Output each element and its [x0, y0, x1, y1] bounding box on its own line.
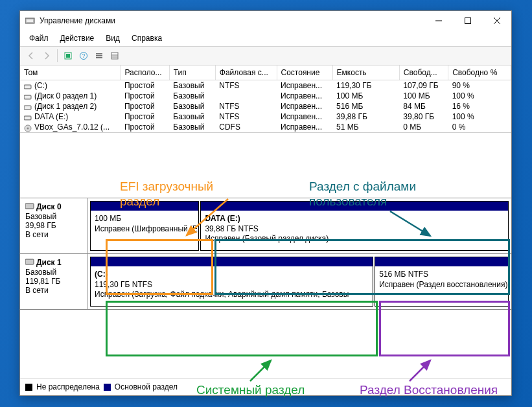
disk-partitions: 100 МБИсправен (Шифрованный (EDATA (E:)3… — [87, 198, 511, 253]
column-header[interactable]: Файловая с... — [215, 65, 277, 80]
menu-help[interactable]: Справка — [126, 32, 167, 45]
cd-icon — [24, 124, 32, 131]
disk-management-window: Управление дисками Файл Действие Вид Спр… — [19, 10, 512, 396]
legend: Не распределена Основной раздел — [20, 378, 511, 395]
volume-list[interactable]: ТомРасполо...ТипФайловая с...СостояниеЕм… — [20, 65, 511, 133]
legend-label-primary: Основной раздел — [115, 382, 178, 391]
menu-view[interactable]: Вид — [100, 32, 125, 45]
partition-details: (C:)119,30 ГБ NTFSИсправен (Загрузка, Фа… — [91, 266, 373, 306]
svg-rect-27 — [25, 259, 34, 264]
help-button[interactable]: ? — [76, 49, 91, 63]
legend-swatch-primary — [104, 384, 111, 391]
column-header[interactable]: Том — [20, 65, 121, 80]
partition-stripe — [201, 202, 508, 211]
empty-area — [20, 133, 511, 198]
legend-swatch-unallocated — [25, 384, 32, 391]
svg-rect-12 — [96, 57, 102, 58]
menu-bar: Файл Действие Вид Справка — [20, 30, 511, 47]
titlebar: Управление дисками — [20, 11, 511, 30]
menu-action[interactable]: Действие — [55, 32, 100, 45]
column-header[interactable]: Емкость — [332, 65, 399, 80]
svg-point-25 — [27, 127, 29, 129]
legend-label-unallocated: Не распределена — [36, 382, 100, 391]
partition-details: DATA (E:)39,88 ГБ NTFSИсправен (Базовый … — [201, 211, 508, 250]
svg-rect-26 — [25, 204, 34, 209]
back-button[interactable] — [24, 49, 38, 63]
partition-stripe — [91, 202, 198, 211]
disk-map: Диск 0Базовый39,98 ГБВ сети100 МБИсправе… — [20, 198, 511, 310]
svg-rect-19 — [25, 96, 30, 99]
volume-row[interactable]: (Диск 1 раздел 2)ПростойБазовыйNTFSИспра… — [20, 101, 511, 111]
column-header[interactable]: Свободно % — [448, 65, 511, 80]
svg-rect-11 — [96, 55, 102, 56]
svg-rect-10 — [96, 53, 102, 54]
hdd-icon — [25, 258, 34, 268]
svg-rect-23 — [25, 117, 30, 119]
hdd-icon — [24, 93, 32, 100]
svg-rect-21 — [25, 106, 30, 109]
menu-file[interactable]: Файл — [24, 32, 54, 45]
volume-row[interactable]: VBox_GAs_7.0.12 (...ПростойБазовыйCDFSИс… — [20, 122, 511, 132]
svg-rect-1 — [27, 19, 33, 22]
column-header[interactable]: Свобод... — [399, 65, 448, 80]
column-header[interactable]: Состояние — [277, 65, 332, 80]
volume-row[interactable]: (C:)ПростойБазовыйNTFSИсправен...119,30 … — [20, 80, 511, 91]
partition-stripe — [375, 257, 508, 266]
partition-details: 516 МБ NTFSИсправен (Раздел восстановлен… — [375, 266, 508, 306]
window-title: Управление дисками — [40, 16, 424, 25]
volume-row[interactable]: (Диск 0 раздел 1)ПростойБазовыйИсправен.… — [20, 91, 511, 101]
svg-rect-13 — [111, 52, 118, 59]
partition[interactable]: (C:)119,30 ГБ NTFSИсправен (Загрузка, Фа… — [90, 257, 373, 307]
close-button[interactable] — [482, 11, 511, 30]
list-button[interactable] — [92, 49, 106, 63]
disk-row: Диск 1Базовый119,81 ГБВ сети(C:)119,30 Г… — [20, 254, 511, 310]
svg-rect-3 — [465, 18, 470, 24]
disk-info: Диск 1Базовый119,81 ГБВ сети — [20, 254, 87, 309]
partition[interactable]: DATA (E:)39,88 ГБ NTFSИсправен (Базовый … — [200, 201, 509, 251]
hdd-icon — [24, 83, 32, 89]
volume-row[interactable]: DATA (E:)ПростойБазовыйNTFSИсправен...39… — [20, 111, 511, 122]
disk-info: Диск 0Базовый39,98 ГБВ сети — [20, 198, 87, 253]
partition[interactable]: 100 МБИсправен (Шифрованный (E — [90, 201, 199, 251]
toolbar: ? — [20, 47, 511, 65]
app-icon — [25, 16, 36, 25]
maximize-button[interactable] — [453, 11, 482, 30]
partition[interactable]: 516 МБ NTFSИсправен (Раздел восстановлен… — [375, 257, 509, 307]
hdd-icon — [25, 202, 34, 212]
disk-partitions: (C:)119,30 ГБ NTFSИсправен (Загрузка, Фа… — [87, 254, 511, 309]
svg-rect-7 — [66, 54, 70, 58]
minimize-button[interactable] — [424, 11, 453, 30]
refresh-button[interactable] — [61, 49, 75, 63]
partition-stripe — [91, 257, 373, 266]
svg-text:?: ? — [82, 52, 85, 59]
disk-row: Диск 0Базовый39,98 ГБВ сети100 МБИсправе… — [20, 198, 511, 254]
toolbar-divider — [57, 49, 58, 62]
partition-details: 100 МБИсправен (Шифрованный (E — [91, 211, 198, 250]
forward-button[interactable] — [40, 49, 54, 63]
column-header[interactable]: Располо... — [121, 65, 169, 80]
hdd-icon — [24, 104, 32, 110]
hdd-icon — [24, 114, 32, 121]
column-header[interactable]: Тип — [169, 65, 215, 80]
svg-rect-17 — [25, 86, 30, 88]
detail-button[interactable] — [108, 49, 122, 63]
